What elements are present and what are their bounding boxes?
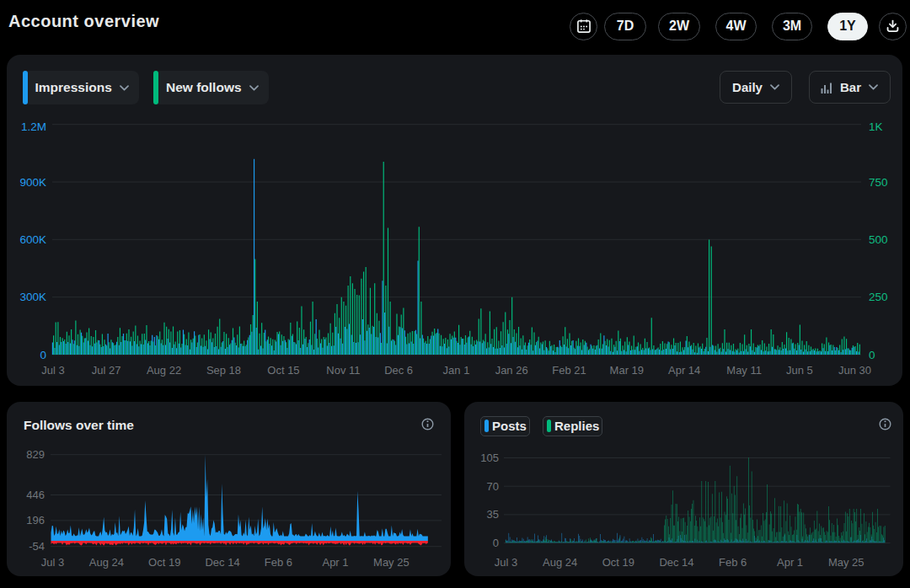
svg-text:Jun 30: Jun 30: [838, 364, 871, 377]
svg-text:Feb 6: Feb 6: [265, 556, 292, 569]
svg-text:Aug 24: Aug 24: [89, 556, 124, 569]
svg-text:Oct 15: Oct 15: [267, 364, 299, 377]
svg-text:May 11: May 11: [726, 364, 762, 377]
svg-text:May 25: May 25: [373, 556, 410, 569]
svg-text:Nov 11: Nov 11: [326, 364, 360, 377]
svg-text:Jan 1: Jan 1: [443, 364, 470, 377]
svg-text:500: 500: [869, 233, 888, 246]
svg-text:Oct 19: Oct 19: [602, 556, 634, 569]
svg-text:300K: 300K: [19, 291, 46, 303]
svg-text:Feb 6: Feb 6: [719, 556, 747, 569]
svg-text:Jun 5: Jun 5: [786, 364, 813, 377]
svg-text:Feb 21: Feb 21: [552, 364, 586, 377]
svg-text:1.2M: 1.2M: [21, 120, 46, 133]
svg-text:May 25: May 25: [828, 556, 864, 569]
svg-text:829: 829: [26, 448, 45, 461]
svg-text:446: 446: [26, 489, 45, 501]
svg-text:600K: 600K: [19, 233, 46, 246]
svg-text:900K: 900K: [19, 176, 46, 189]
svg-text:Oct 19: Oct 19: [148, 556, 180, 569]
svg-text:Dec 14: Dec 14: [205, 556, 239, 569]
svg-text:Apr 1: Apr 1: [777, 556, 803, 569]
svg-text:Dec 6: Dec 6: [384, 364, 413, 377]
svg-text:0: 0: [40, 349, 46, 361]
svg-text:Jul 3: Jul 3: [41, 556, 64, 569]
svg-text:Aug 22: Aug 22: [147, 364, 181, 377]
svg-text:70: 70: [487, 480, 499, 493]
svg-text:196: 196: [26, 514, 45, 527]
svg-text:Apr 14: Apr 14: [668, 364, 700, 377]
svg-text:250: 250: [869, 291, 888, 303]
svg-text:750: 750: [869, 176, 888, 189]
svg-text:0: 0: [869, 349, 875, 361]
svg-text:105: 105: [480, 452, 499, 464]
svg-text:-54: -54: [29, 540, 45, 553]
svg-text:Dec 14: Dec 14: [659, 556, 693, 569]
svg-text:35: 35: [487, 508, 499, 521]
svg-text:1K: 1K: [869, 120, 883, 133]
svg-text:Jul 3: Jul 3: [495, 556, 517, 569]
svg-text:Jul 27: Jul 27: [92, 364, 121, 377]
svg-text:Sep 18: Sep 18: [206, 364, 241, 377]
svg-text:Mar 19: Mar 19: [610, 364, 644, 377]
svg-text:0: 0: [493, 537, 499, 549]
svg-text:Jan 26: Jan 26: [495, 364, 528, 377]
svg-text:Apr 1: Apr 1: [322, 556, 348, 569]
svg-text:Jul 3: Jul 3: [41, 364, 64, 377]
svg-text:Aug 24: Aug 24: [543, 556, 577, 569]
